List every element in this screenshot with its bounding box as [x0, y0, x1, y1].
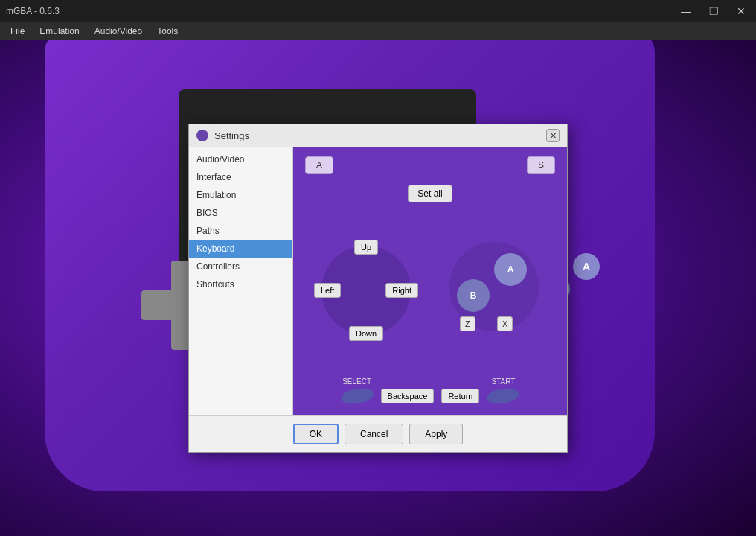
- minimize-button[interactable]: —: [676, 4, 696, 19]
- start-oval: [486, 386, 521, 406]
- select-label: SELECT: [342, 377, 371, 386]
- select-oval: [339, 386, 374, 406]
- shoulder-right-button[interactable]: S: [527, 156, 555, 174]
- sidebar-item-shortcuts[interactable]: Shortcuts: [189, 275, 292, 293]
- maximize-button[interactable]: ❐: [705, 4, 723, 19]
- a-button-circle: A: [494, 253, 527, 286]
- action-buttons-area: B A Z X: [449, 242, 546, 339]
- start-key-button[interactable]: Return: [441, 389, 479, 403]
- app-title: mGBA - 0.6.3: [6, 6, 676, 16]
- titlebar-controls: — ❐ ✕: [676, 4, 750, 19]
- dialog-body: Audio/Video Interface Emulation BIOS Pat…: [189, 147, 567, 415]
- shoulder-left-button[interactable]: A: [305, 156, 333, 174]
- sidebar-item-bios[interactable]: BIOS: [189, 204, 292, 222]
- sidebar-item-paths[interactable]: Paths: [189, 222, 292, 240]
- x-key-button[interactable]: X: [497, 316, 513, 331]
- keyboard-content: A S Set all Up Down Left Right: [293, 147, 567, 415]
- sidebar-item-emulation[interactable]: Emulation: [189, 186, 292, 204]
- dpad-left-button[interactable]: Left: [314, 283, 341, 298]
- shoulder-buttons-area: A S: [299, 153, 561, 177]
- set-all-button[interactable]: Set all: [408, 185, 452, 202]
- ok-button[interactable]: OK: [293, 424, 339, 444]
- b-button-circle: B: [457, 279, 490, 312]
- start-label: START: [491, 377, 515, 386]
- apply-button[interactable]: Apply: [409, 424, 463, 444]
- dpad-container: Up Down Left Right: [314, 238, 418, 342]
- titlebar: mGBA - 0.6.3 — ❐ ✕: [0, 0, 756, 22]
- dialog-icon: [196, 130, 208, 141]
- dpad-right-button[interactable]: Right: [385, 283, 418, 298]
- select-wrap: SELECT: [341, 377, 374, 403]
- menu-emulation[interactable]: Emulation: [32, 25, 86, 38]
- menu-tools[interactable]: Tools: [150, 25, 185, 38]
- z-key-button[interactable]: Z: [460, 316, 475, 331]
- close-button[interactable]: ✕: [732, 4, 750, 19]
- select-key-button[interactable]: Backspace: [381, 389, 435, 403]
- menubar: File Emulation Audio/Video Tools: [0, 22, 756, 40]
- dpad-down-button[interactable]: Down: [349, 326, 383, 341]
- dialog-titlebar: Settings ✕: [189, 124, 567, 147]
- menu-audio-video[interactable]: Audio/Video: [87, 25, 150, 38]
- dialog-close-button[interactable]: ✕: [546, 129, 560, 142]
- dialog-title: Settings: [214, 130, 540, 141]
- select-start-area: SELECT Backspace Return START: [299, 374, 561, 409]
- settings-dialog: Settings ✕ Audio/Video Interface Emulati…: [188, 124, 568, 453]
- start-wrap: START: [487, 377, 519, 403]
- sidebar-item-interface[interactable]: Interface: [189, 168, 292, 186]
- sidebar-item-controllers[interactable]: Controllers: [189, 258, 292, 275]
- settings-sidebar: Audio/Video Interface Emulation BIOS Pat…: [189, 147, 293, 415]
- dialog-footer: OK Cancel Apply: [189, 415, 567, 452]
- controller-main-area: Up Down Left Right B A Z: [299, 210, 561, 370]
- sidebar-item-keyboard[interactable]: Keyboard: [189, 240, 292, 258]
- cancel-button[interactable]: Cancel: [345, 424, 403, 444]
- sidebar-item-audio-video[interactable]: Audio/Video: [189, 150, 292, 168]
- dpad-up-button[interactable]: Up: [354, 240, 378, 255]
- menu-file[interactable]: File: [3, 25, 32, 38]
- dialog-overlay: Settings ✕ Audio/Video Interface Emulati…: [0, 40, 756, 536]
